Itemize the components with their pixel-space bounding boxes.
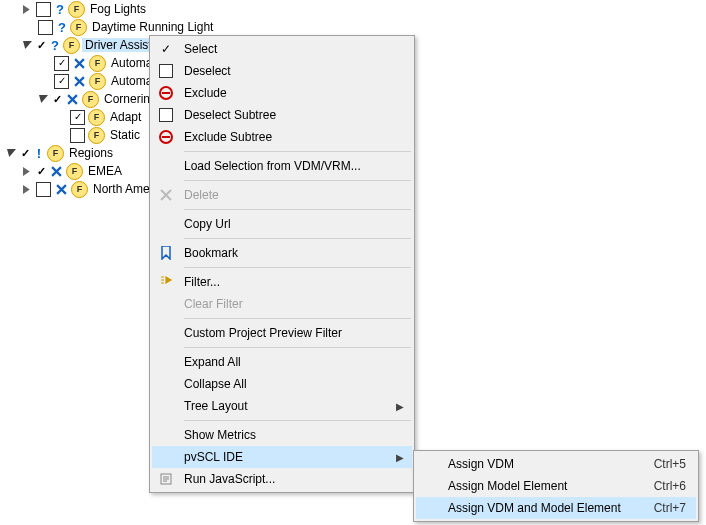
feature-icon: F xyxy=(89,55,106,72)
filter-icon xyxy=(154,271,178,293)
menu-exclude[interactable]: Exclude xyxy=(152,82,412,104)
menu-deselect[interactable]: Deselect xyxy=(152,60,412,82)
checkbox[interactable]: ✓ xyxy=(70,110,85,125)
context-menu: ✓Select Deselect Exclude Deselect Subtre… xyxy=(149,35,415,493)
check-icon: ✓ xyxy=(34,38,48,52)
checkbox[interactable] xyxy=(36,2,51,17)
checkbox[interactable] xyxy=(36,182,51,197)
menu-clear-filter: Clear Filter xyxy=(152,293,412,315)
menu-load-selection[interactable]: Load Selection from VDM/VRM... xyxy=(152,155,412,177)
expand-icon[interactable] xyxy=(20,1,34,17)
menu-delete: Delete xyxy=(152,184,412,206)
separator xyxy=(184,238,411,239)
menu-bookmark[interactable]: Bookmark xyxy=(152,242,412,264)
feature-icon: F xyxy=(66,163,83,180)
menu-run-javascript[interactable]: Run JavaScript... xyxy=(152,468,412,490)
bookmark-icon xyxy=(154,242,178,264)
collapse-icon[interactable] xyxy=(20,37,34,53)
feature-icon: F xyxy=(82,91,99,108)
collapse-icon[interactable] xyxy=(4,145,18,161)
feature-icon: F xyxy=(88,127,105,144)
menu-deselect-subtree[interactable]: Deselect Subtree xyxy=(152,104,412,126)
question-icon: ? xyxy=(48,38,62,52)
menu-filter[interactable]: Filter... xyxy=(152,271,412,293)
menu-copy-url[interactable]: Copy Url xyxy=(152,213,412,235)
feature-icon: F xyxy=(70,19,87,36)
x-icon xyxy=(65,92,80,107)
x-icon xyxy=(72,56,87,71)
script-icon xyxy=(154,468,178,490)
shortcut: Ctrl+5 xyxy=(654,457,686,471)
tree-label: Regions xyxy=(66,146,116,160)
expand-icon[interactable] xyxy=(20,181,34,197)
separator xyxy=(184,347,411,348)
question-icon: ? xyxy=(53,2,67,16)
x-icon xyxy=(49,164,64,179)
shortcut: Ctrl+6 xyxy=(654,479,686,493)
exclude-icon xyxy=(154,126,178,148)
shortcut: Ctrl+7 xyxy=(654,501,686,515)
tree-row[interactable]: ? F Daytime Running Light xyxy=(4,18,706,36)
submenu-pvscl: Assign VDMCtrl+5 Assign Model ElementCtr… xyxy=(413,450,699,522)
x-icon xyxy=(72,74,87,89)
collapse-icon[interactable] xyxy=(36,91,50,107)
feature-icon: F xyxy=(47,145,64,162)
menu-custom-filter[interactable]: Custom Project Preview Filter xyxy=(152,322,412,344)
delete-icon xyxy=(154,184,178,206)
check-icon: ✓ xyxy=(154,38,178,60)
question-icon: ! xyxy=(32,146,46,160)
menu-collapse-all[interactable]: Collapse All xyxy=(152,373,412,395)
feature-icon: F xyxy=(88,109,105,126)
checkbox[interactable]: ✓ xyxy=(54,74,69,89)
question-icon: ? xyxy=(55,20,69,34)
menu-expand-all[interactable]: Expand All xyxy=(152,351,412,373)
tree-label: Static xyxy=(107,128,143,142)
tree-row[interactable]: ? F Fog Lights xyxy=(4,0,706,18)
check-icon: ✓ xyxy=(50,92,64,106)
check-icon: ✓ xyxy=(18,146,32,160)
tree-label: Daytime Running Light xyxy=(89,20,216,34)
tree-label: Adapt xyxy=(107,110,144,124)
separator xyxy=(184,318,411,319)
check-icon: ✓ xyxy=(34,164,48,178)
menu-tree-layout[interactable]: Tree Layout▶ xyxy=(152,395,412,417)
x-icon xyxy=(54,182,69,197)
exclude-icon xyxy=(154,82,178,104)
menu-select[interactable]: ✓Select xyxy=(152,38,412,60)
feature-icon: F xyxy=(63,37,80,54)
checkbox[interactable]: ✓ xyxy=(54,56,69,71)
checkbox[interactable] xyxy=(70,128,85,143)
menu-exclude-subtree[interactable]: Exclude Subtree xyxy=(152,126,412,148)
submenu-assign-model[interactable]: Assign Model ElementCtrl+6 xyxy=(416,475,696,497)
checkbox-icon xyxy=(154,60,178,82)
separator xyxy=(184,209,411,210)
tree-label: EMEA xyxy=(85,164,125,178)
separator xyxy=(184,267,411,268)
feature-icon: F xyxy=(71,181,88,198)
checkbox[interactable] xyxy=(38,20,53,35)
expand-icon[interactable] xyxy=(20,163,34,179)
submenu-assign-vdm[interactable]: Assign VDMCtrl+5 xyxy=(416,453,696,475)
submenu-assign-both[interactable]: Assign VDM and Model ElementCtrl+7 xyxy=(416,497,696,519)
feature-icon: F xyxy=(89,73,106,90)
submenu-arrow-icon: ▶ xyxy=(396,452,404,463)
menu-show-metrics[interactable]: Show Metrics xyxy=(152,424,412,446)
separator xyxy=(184,151,411,152)
menu-pvscl-ide[interactable]: pvSCL IDE▶ xyxy=(152,446,412,468)
checkbox-icon xyxy=(154,104,178,126)
separator xyxy=(184,180,411,181)
tree-label: Fog Lights xyxy=(87,2,149,16)
feature-icon: F xyxy=(68,1,85,18)
separator xyxy=(184,420,411,421)
submenu-arrow-icon: ▶ xyxy=(396,401,404,412)
